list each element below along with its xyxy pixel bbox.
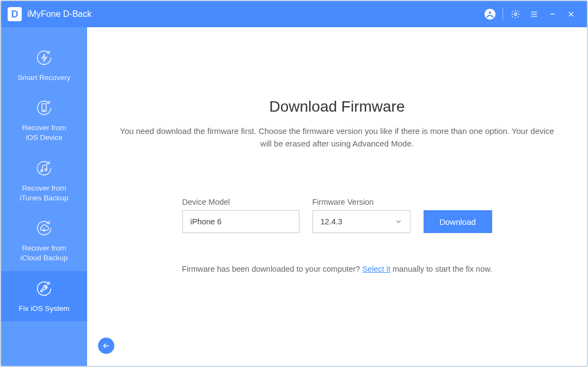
helper-prefix: Firmware has been downloaded to your com… — [182, 265, 362, 273]
firmware-version-label: Firmware Version — [313, 198, 411, 206]
sidebar-item-itunes-backup[interactable]: Recover from iTunes Backup — [1, 151, 87, 211]
music-refresh-icon — [33, 157, 55, 179]
firmware-form: Device Model iPhone 6 Firmware Version 1… — [182, 198, 492, 233]
wrench-refresh-icon — [33, 278, 55, 299]
chevron-down-icon — [395, 218, 402, 225]
svg-point-12 — [45, 169, 47, 171]
svg-point-1 — [488, 11, 492, 14]
sidebar-item-fix-ios[interactable]: Fix iOS System — [1, 271, 87, 321]
cloud-refresh-icon — [33, 217, 55, 239]
back-button[interactable] — [98, 338, 114, 354]
device-model-label: Device Model — [182, 198, 299, 206]
sidebar-item-label: Smart Recovery — [18, 73, 71, 83]
app-logo: D — [8, 7, 22, 21]
page-title: Download Firmware — [270, 98, 405, 115]
device-model-input[interactable]: iPhone 6 — [182, 210, 299, 233]
phone-refresh-icon — [33, 97, 55, 119]
main-panel: Download Firmware You need download the … — [87, 27, 587, 366]
firmware-version-value: 12.4.3 — [321, 217, 342, 226]
app-window: D iMyFone D-Back — [0, 0, 588, 367]
helper-text: Firmware has been downloaded to your com… — [182, 265, 492, 273]
titlebar-divider — [503, 8, 503, 20]
account-icon[interactable] — [481, 5, 499, 23]
svg-point-2 — [514, 13, 517, 16]
sidebar-item-label: Recover from iOS Device — [22, 123, 66, 143]
sidebar-item-label: Recover from iCloud Backup — [20, 243, 68, 263]
app-title: iMyFone D-Back — [27, 9, 91, 19]
close-button[interactable] — [562, 5, 580, 23]
download-button[interactable]: Download — [424, 210, 492, 233]
settings-icon[interactable] — [506, 5, 525, 23]
helper-suffix: manually to start the fix now. — [390, 265, 492, 273]
firmware-version-select[interactable]: 12.4.3 — [313, 210, 411, 233]
title-bar: D iMyFone D-Back — [1, 1, 587, 27]
minimize-button[interactable] — [543, 5, 562, 23]
sidebar-item-icloud-backup[interactable]: Recover from iCloud Backup — [1, 211, 87, 271]
page-subtext: You need download the firmware first. Ch… — [120, 125, 554, 150]
sidebar-item-label: Recover from iTunes Backup — [20, 184, 69, 203]
sidebar-item-smart-recovery[interactable]: Smart Recovery — [1, 40, 87, 90]
lightning-refresh-icon — [33, 47, 55, 69]
select-firmware-link[interactable]: Select it — [362, 265, 390, 273]
device-model-value: iPhone 6 — [191, 217, 222, 226]
svg-point-11 — [41, 170, 43, 172]
sidebar-item-ios-device[interactable]: Recover from iOS Device — [1, 90, 87, 150]
sidebar: Smart Recovery Recover from iOS Device — [1, 27, 87, 366]
svg-point-10 — [44, 110, 45, 111]
sidebar-item-label: Fix iOS System — [19, 304, 69, 314]
menu-icon[interactable] — [525, 5, 543, 23]
